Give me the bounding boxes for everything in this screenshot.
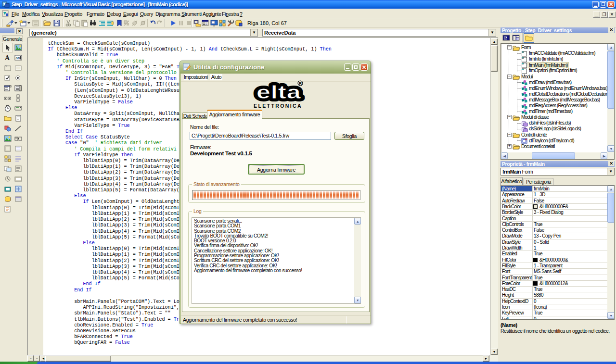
svg-text:R: R (299, 81, 302, 86)
svg-text:elta: elta (257, 81, 301, 102)
svg-text:A: A (5, 54, 10, 62)
svg-text:ab: ab (16, 56, 20, 60)
svg-text:xy: xy (5, 64, 8, 67)
svg-text:ELETTRONICA: ELETTRONICA (254, 103, 302, 109)
